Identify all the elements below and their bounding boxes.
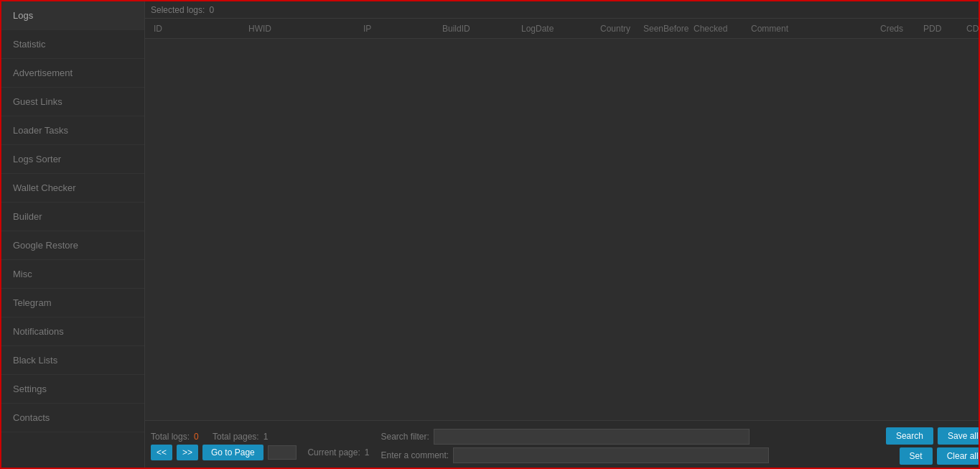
col-header-buildid: BuildID	[442, 24, 521, 34]
total-logs-label: Total logs:	[151, 432, 190, 442]
sidebar-item-notifications[interactable]: Notifications	[1, 317, 144, 346]
clear-all-logs-button[interactable]: Clear all logs	[937, 447, 980, 465]
sidebar-item-label: Google Restore	[13, 240, 78, 251]
sidebar-item-label: Logs	[13, 10, 33, 21]
page-number-input[interactable]	[268, 445, 297, 460]
col-header-logdate: LogDate	[521, 24, 600, 34]
sidebar-item-loader-tasks[interactable]: Loader Tasks	[1, 116, 144, 145]
sidebar-item-label: Misc	[13, 269, 32, 279]
goto-page-button[interactable]: Go to Page	[202, 445, 263, 460]
sidebar-item-label: Builder	[13, 211, 42, 222]
search-save-row: Search Save all logs	[886, 427, 980, 445]
sidebar-item-statistic[interactable]: Statistic	[1, 30, 144, 59]
total-logs-value: 0	[194, 432, 199, 442]
search-button[interactable]: Search	[886, 427, 933, 445]
set-clear-row: Set Clear all logs	[886, 447, 980, 465]
sidebar-item-misc[interactable]: Misc	[1, 260, 144, 289]
sidebar-item-label: Logs Sorter	[13, 154, 61, 164]
sidebar-item-wallet-checker[interactable]: Wallet Checker	[1, 174, 144, 203]
sidebar-item-label: Wallet Checker	[13, 182, 76, 193]
sidebar: Logs Statistic Advertisement Guest Links…	[1, 1, 145, 469]
top-bar: Selected logs: 0	[145, 1, 980, 19]
sidebar-item-label: Contacts	[13, 412, 50, 423]
sidebar-item-guest-links[interactable]: Guest Links	[1, 88, 144, 116]
sidebar-item-label: Settings	[13, 384, 47, 394]
sidebar-item-logs-sorter[interactable]: Logs Sorter	[1, 145, 144, 174]
search-filter-label: Search filter:	[381, 432, 429, 442]
current-page-value: 1	[365, 447, 370, 458]
bottom-bar: Total logs: 0 Total pages: 1 << >> Go to…	[145, 420, 980, 469]
sidebar-item-telegram[interactable]: Telegram	[1, 289, 144, 317]
sidebar-item-label: Loader Tasks	[13, 125, 68, 136]
col-header-country: Country	[600, 24, 643, 34]
col-header-ip: IP	[363, 24, 442, 34]
sidebar-item-label: Guest Links	[13, 96, 62, 107]
col-header-checked: Checked	[694, 24, 751, 34]
bottom-right-section: Search Save all logs Set Clear all logs	[886, 427, 980, 465]
col-header-creds: Creds	[880, 24, 923, 34]
enter-comment-label: Enter a comment:	[381, 450, 449, 460]
next-button[interactable]: >>	[177, 445, 198, 460]
selected-logs-value: 0	[209, 5, 214, 15]
total-logs-row: Total logs: 0 Total pages: 1	[151, 431, 369, 442]
navigation-row: << >> Go to Page Current page: 1	[151, 445, 369, 460]
sidebar-item-label: Advertisement	[13, 68, 73, 78]
col-header-cdd: CDD	[966, 24, 980, 34]
sidebar-item-black-lists[interactable]: Black Lists	[1, 346, 144, 375]
selected-logs-label: Selected logs:	[151, 5, 205, 15]
table-body	[145, 39, 980, 420]
sidebar-item-label: Black Lists	[13, 355, 57, 366]
sidebar-item-label: Notifications	[13, 326, 64, 337]
prev-button[interactable]: <<	[151, 445, 172, 460]
comment-row: Enter a comment:	[381, 447, 769, 463]
sidebar-item-google-restore[interactable]: Google Restore	[1, 231, 144, 260]
total-pages-value: 1	[263, 432, 269, 442]
main-content: Selected logs: 0 ID HWID IP BuildID LogD…	[145, 1, 980, 469]
comment-input[interactable]	[453, 447, 769, 463]
col-header-seenbefore: SeenBefore	[643, 24, 694, 34]
table-header: ID HWID IP BuildID LogDate Country SeenB…	[145, 19, 980, 39]
sidebar-item-label: Statistic	[13, 39, 46, 50]
sidebar-item-logs[interactable]: Logs	[1, 1, 144, 30]
col-header-id: ID	[148, 24, 248, 34]
col-header-pdd: PDD	[923, 24, 966, 34]
sidebar-item-advertisement[interactable]: Advertisement	[1, 59, 144, 88]
set-button[interactable]: Set	[900, 447, 933, 465]
col-header-hwid: HWID	[248, 24, 363, 34]
sidebar-item-label: Telegram	[13, 297, 51, 308]
sidebar-item-settings[interactable]: Settings	[1, 375, 144, 404]
sidebar-item-builder[interactable]: Builder	[1, 203, 144, 231]
bottom-left-section: Total logs: 0 Total pages: 1 << >> Go to…	[151, 431, 369, 460]
sidebar-item-contacts[interactable]: Contacts	[1, 404, 144, 432]
current-page-label: Current page:	[307, 447, 360, 458]
col-header-comment: Comment	[751, 24, 880, 34]
bottom-middle-section: Search filter: Enter a comment:	[381, 429, 769, 463]
search-filter-row: Search filter:	[381, 429, 769, 445]
save-all-logs-button[interactable]: Save all logs	[938, 427, 980, 445]
search-filter-input[interactable]	[434, 429, 750, 445]
total-pages-label: Total pages:	[213, 432, 259, 442]
